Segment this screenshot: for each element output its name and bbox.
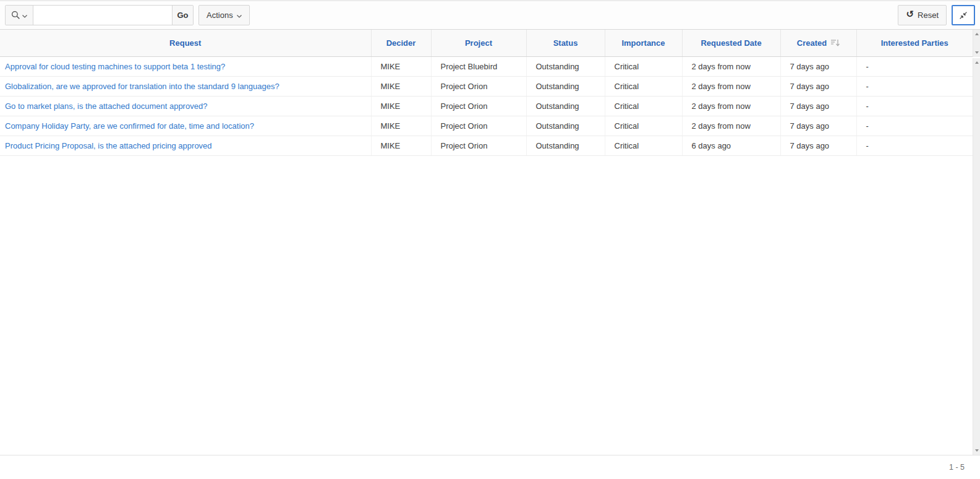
- column-header-project[interactable]: Project: [431, 30, 526, 56]
- cell-decider: MIKE: [371, 136, 431, 155]
- cell-project: Project Bluebird: [431, 56, 526, 76]
- report-region: RequestDeciderProjectStatusImportanceReq…: [0, 30, 973, 455]
- cell-importance: Critical: [605, 96, 682, 116]
- cell-created: 7 days ago: [780, 56, 856, 76]
- grid-header-row: RequestDeciderProjectStatusImportanceReq…: [0, 30, 973, 56]
- column-header-label: Request: [169, 38, 201, 48]
- column-header-label: Importance: [621, 38, 665, 48]
- sort-descending-icon: [830, 39, 840, 47]
- cell-interested_parties: -: [856, 76, 973, 96]
- cell-decider: MIKE: [371, 96, 431, 116]
- cell-requested_date: 2 days from now: [682, 76, 780, 96]
- magnifier-icon: [11, 11, 20, 20]
- chevron-down-icon: [22, 11, 27, 20]
- request-link[interactable]: Product Pricing Proposal, is the attache…: [5, 141, 212, 150]
- request-link[interactable]: Globalization, are we approved for trans…: [5, 82, 279, 91]
- cell-interested_parties: -: [856, 56, 973, 76]
- grid-body: Approval for cloud testing machines to s…: [0, 56, 973, 155]
- cell-requested_date: 2 days from now: [682, 116, 780, 136]
- go-button[interactable]: Go: [172, 6, 193, 25]
- collapse-region-button[interactable]: [952, 5, 975, 25]
- cell-created: 7 days ago: [780, 116, 856, 136]
- cell-decider: MIKE: [371, 56, 431, 76]
- pagination-range: 1 - 5: [949, 463, 965, 472]
- cell-project: Project Orion: [431, 136, 526, 155]
- cell-requested_date: 2 days from now: [682, 56, 780, 76]
- search-group: Go: [5, 5, 194, 25]
- scroll-down-icon: [975, 449, 979, 452]
- column-header-interested_parties[interactable]: Interested Parties: [856, 30, 973, 56]
- actions-button[interactable]: Actions: [198, 5, 250, 25]
- column-header-label: Project: [465, 38, 492, 48]
- column-header-label: Interested Parties: [881, 38, 948, 48]
- cell-status: Outstanding: [526, 116, 605, 136]
- header-scrollbar-track[interactable]: [973, 30, 980, 57]
- cell-created: 7 days ago: [780, 96, 856, 116]
- column-header-label: Decider: [386, 38, 416, 48]
- column-header-requested_date[interactable]: Requested Date: [682, 30, 780, 56]
- cell-request: Go to market plans, is the attached docu…: [0, 96, 371, 116]
- cell-importance: Critical: [605, 76, 682, 96]
- column-header-status[interactable]: Status: [526, 30, 605, 56]
- cell-created: 7 days ago: [780, 76, 856, 96]
- cell-interested_parties: -: [856, 136, 973, 155]
- cell-status: Outstanding: [526, 96, 605, 116]
- cell-request: Company Holiday Party, are we confirmed …: [0, 116, 371, 136]
- cell-project: Project Orion: [431, 116, 526, 136]
- cell-request: Product Pricing Proposal, is the attache…: [0, 136, 371, 155]
- table-row: Go to market plans, is the attached docu…: [0, 96, 973, 116]
- report-footer: 1 - 5: [0, 455, 980, 479]
- scroll-up-icon: [975, 33, 979, 35]
- request-link[interactable]: Go to market plans, is the attached docu…: [5, 101, 207, 111]
- cell-created: 7 days ago: [780, 136, 856, 155]
- search-options-button[interactable]: [6, 6, 33, 25]
- column-header-label: Created: [797, 38, 827, 48]
- cell-project: Project Orion: [431, 96, 526, 116]
- cell-status: Outstanding: [526, 56, 605, 76]
- interactive-report-table: RequestDeciderProjectStatusImportanceReq…: [0, 30, 973, 156]
- cell-interested_parties: -: [856, 96, 973, 116]
- cell-status: Outstanding: [526, 76, 605, 96]
- cell-interested_parties: -: [856, 116, 973, 136]
- column-header-label: Status: [553, 38, 578, 48]
- request-link[interactable]: Approval for cloud testing machines to s…: [5, 62, 225, 71]
- cell-requested_date: 2 days from now: [682, 96, 780, 116]
- table-row: Product Pricing Proposal, is the attache…: [0, 136, 973, 155]
- chevron-down-icon: [237, 11, 242, 20]
- cell-importance: Critical: [605, 116, 682, 136]
- table-row: Approval for cloud testing machines to s…: [0, 56, 973, 76]
- reset-button[interactable]: ↺ Reset: [898, 5, 947, 25]
- actions-button-label: Actions: [207, 11, 233, 20]
- search-toolbar: Go Actions ↺ Reset: [0, 0, 980, 30]
- body-scrollbar-track[interactable]: [973, 58, 980, 455]
- cell-importance: Critical: [605, 136, 682, 155]
- scroll-up-icon: [975, 61, 979, 64]
- search-input[interactable]: [33, 6, 172, 25]
- vertical-scrollbar[interactable]: [973, 30, 980, 455]
- cell-decider: MIKE: [371, 116, 431, 136]
- cell-decider: MIKE: [371, 76, 431, 96]
- toolbar-right: ↺ Reset: [898, 5, 975, 25]
- scroll-down-icon: [975, 51, 979, 54]
- cell-request: Approval for cloud testing machines to s…: [0, 56, 371, 76]
- column-header-decider[interactable]: Decider: [371, 30, 431, 56]
- collapse-icon: [958, 10, 969, 21]
- reset-button-label: Reset: [918, 11, 939, 20]
- column-header-created[interactable]: Created: [780, 30, 856, 56]
- cell-status: Outstanding: [526, 136, 605, 155]
- cell-project: Project Orion: [431, 76, 526, 96]
- cell-requested_date: 6 days ago: [682, 136, 780, 155]
- column-header-label: Requested Date: [701, 38, 761, 48]
- cell-importance: Critical: [605, 56, 682, 76]
- reset-icon: ↺: [906, 10, 914, 19]
- table-row: Globalization, are we approved for trans…: [0, 76, 973, 96]
- request-link[interactable]: Company Holiday Party, are we confirmed …: [5, 121, 254, 131]
- cell-request: Globalization, are we approved for trans…: [0, 76, 371, 96]
- table-row: Company Holiday Party, are we confirmed …: [0, 116, 973, 136]
- column-header-importance[interactable]: Importance: [605, 30, 682, 56]
- column-header-request[interactable]: Request: [0, 30, 371, 56]
